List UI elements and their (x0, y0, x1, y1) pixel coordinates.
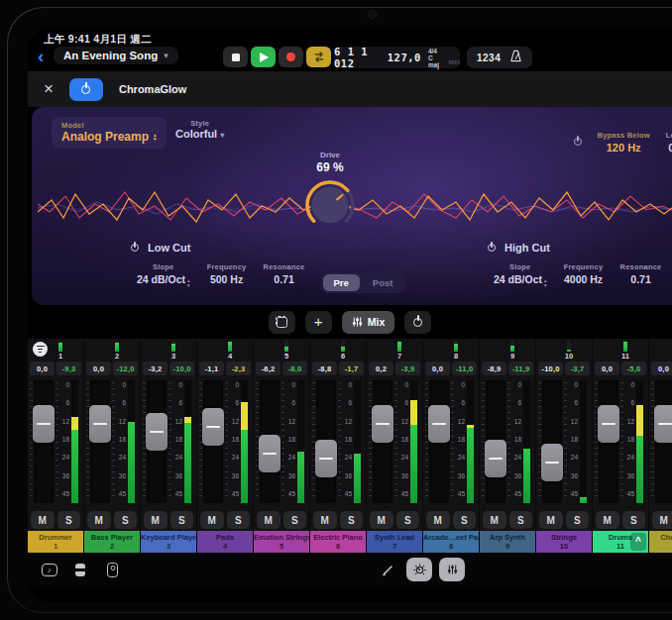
mute-button[interactable]: M (313, 511, 337, 529)
low-cut-resonance[interactable]: Resonance 0.71 (264, 262, 305, 285)
mute-button[interactable]: M (87, 511, 111, 529)
mute-button[interactable]: M (652, 511, 672, 529)
pre-button[interactable]: Pre (323, 274, 360, 291)
fader-handle[interactable] (33, 405, 55, 443)
fader-handle[interactable] (598, 405, 619, 443)
fader-track[interactable] (542, 380, 562, 503)
fader-handle[interactable] (202, 408, 224, 446)
peak-db-value[interactable]: -11,0 (452, 362, 477, 375)
track-name-label[interactable]: Emotion Strings 5 (254, 531, 309, 553)
fader-db-value[interactable]: 0,2 (369, 362, 393, 375)
mute-button[interactable]: M (483, 511, 506, 529)
low-cut-frequency[interactable]: Frequency 500 Hz (206, 262, 248, 285)
mute-button[interactable]: M (539, 511, 563, 529)
solo-button[interactable]: S (57, 511, 81, 529)
model-selector[interactable]: Model Analog Preamp ▴▾ (52, 117, 167, 149)
edit-button[interactable] (377, 559, 399, 581)
peak-db-value[interactable]: -8,0 (282, 362, 307, 375)
low-cut-slope[interactable]: Slope 24 dB/Oct▴▾ (137, 262, 190, 287)
peak-db-value[interactable]: -3,9 (395, 362, 420, 375)
mute-button[interactable]: M (144, 511, 168, 529)
post-button[interactable]: Post (362, 274, 404, 291)
controls-view-button[interactable] (406, 558, 432, 581)
fader-handle[interactable] (259, 435, 280, 472)
mix-view-button[interactable]: Mix (342, 311, 395, 334)
peak-db-value[interactable]: -3,7 (565, 362, 590, 375)
peak-db-value[interactable]: -11,9 (508, 362, 533, 375)
low-cut-power-icon[interactable] (131, 244, 139, 252)
solo-button[interactable]: S (283, 511, 307, 529)
fader-db-value[interactable]: -8,9 (482, 362, 506, 375)
mute-button[interactable]: M (257, 511, 280, 529)
level-control[interactable]: Level 0.0 (666, 131, 672, 154)
mute-button[interactable]: M (426, 511, 450, 529)
duplicate-button[interactable] (269, 311, 295, 334)
fader-db-value[interactable]: 0,0 (86, 362, 111, 375)
track-name-label[interactable]: Arcade…eet Pad 8 (423, 531, 479, 553)
peak-db-value[interactable]: -12,0 (113, 362, 138, 375)
mute-button[interactable]: M (200, 511, 224, 529)
mute-button[interactable]: M (596, 511, 619, 529)
filter-tracks-button[interactable] (33, 342, 48, 357)
style-selector[interactable]: Style Colorful▾ (175, 119, 224, 140)
plugin-power-button[interactable] (69, 78, 103, 101)
solo-button[interactable]: S (509, 511, 533, 529)
fader-handle[interactable] (146, 413, 168, 451)
solo-button[interactable]: S (622, 511, 646, 529)
fader-db-value[interactable]: -10,0 (538, 362, 563, 375)
cycle-button[interactable] (306, 47, 331, 67)
fader-db-value[interactable]: -1,1 (199, 362, 224, 375)
track-name-label[interactable]: Drums 11 ^ (593, 531, 648, 553)
track-name-label[interactable]: Pads 4 (197, 531, 253, 553)
fader-db-value[interactable]: -3,2 (143, 362, 168, 375)
metronome-button[interactable] (509, 49, 522, 66)
high-cut-slope[interactable]: Slope 24 dB/Oct▴▾ (494, 262, 547, 287)
peak-db-value[interactable]: -10,0 (169, 362, 194, 375)
play-surface-button[interactable] (101, 559, 124, 581)
solo-button[interactable]: S (453, 511, 477, 529)
solo-button[interactable]: S (170, 511, 194, 529)
fader-handle[interactable] (485, 440, 506, 477)
track-name-label[interactable]: Arp Synth 9 (480, 531, 535, 553)
close-plugin-button[interactable]: × (44, 81, 54, 97)
add-track-button[interactable]: + (305, 311, 332, 334)
collapse-chevron-button[interactable]: ^ (630, 533, 646, 551)
fader-handle[interactable] (654, 405, 672, 443)
fader-db-value[interactable]: 0,0 (425, 362, 450, 375)
peak-db-value[interactable]: -9,3 (56, 362, 81, 375)
fader-db-value[interactable]: 0,0 (595, 362, 619, 375)
mixer-view-button[interactable] (439, 558, 465, 581)
solo-button[interactable]: S (396, 511, 420, 529)
fader-db-value[interactable]: -8,8 (312, 362, 337, 375)
solo-button[interactable]: S (566, 511, 590, 529)
fader-db-value[interactable]: 0,0 (651, 362, 672, 375)
song-title-menu[interactable]: An Evening Song ▾ (54, 47, 178, 64)
mute-button[interactable]: M (370, 511, 393, 529)
high-cut-power-icon[interactable] (488, 244, 496, 252)
record-button[interactable] (279, 47, 303, 67)
solo-button[interactable]: S (227, 511, 251, 529)
high-cut-frequency[interactable]: Frequency 4000 Hz (563, 262, 605, 285)
play-button[interactable] (251, 47, 276, 67)
fader-db-value[interactable]: -6,2 (256, 362, 280, 375)
browser-button[interactable]: ♪ (38, 559, 60, 581)
mute-button[interactable]: M (31, 511, 55, 529)
fader-handle[interactable] (428, 405, 450, 443)
peak-db-value[interactable]: -2,3 (226, 362, 251, 375)
peak-db-value[interactable]: -1,7 (339, 362, 364, 375)
bypass-power-icon[interactable] (574, 138, 582, 146)
fader-handle[interactable] (541, 444, 563, 481)
track-name-label[interactable]: Strings 10 (536, 531, 592, 553)
fader-handle[interactable] (89, 405, 111, 443)
solo-button[interactable]: S (340, 511, 364, 529)
track-name-label[interactable]: Synth Lead 7 (367, 531, 422, 553)
track-name-label[interactable]: Chorus V 12 (649, 531, 672, 553)
plugins-button[interactable] (69, 559, 92, 581)
mixer-power-button[interactable] (404, 311, 431, 334)
track-name-label[interactable]: Bass Player 2 (84, 531, 140, 553)
stop-button[interactable] (223, 47, 248, 67)
high-cut-resonance[interactable]: Resonance 0.71 (620, 262, 662, 285)
fader-db-value[interactable]: 0,0 (30, 362, 55, 375)
fader-handle[interactable] (315, 440, 337, 477)
track-name-label[interactable]: Electric Piano 6 (310, 531, 366, 553)
